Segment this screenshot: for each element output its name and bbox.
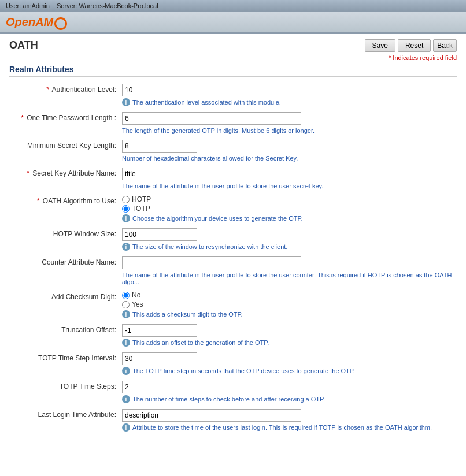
totp-steps-label: TOTP Time Steps:: [9, 381, 122, 391]
auth-level-input[interactable]: [122, 84, 197, 96]
oath-algorithm-label: * OATH Algorithm to Use:: [9, 195, 122, 205]
totp-interval-label: TOTP Time Step Interval:: [9, 352, 122, 362]
reset-button[interactable]: Reset: [398, 39, 431, 52]
truncation-offset-label: Truncation Offset:: [9, 324, 122, 334]
info-icon-last-login: i: [122, 423, 130, 432]
info-icon-checksum: i: [122, 310, 130, 318]
section-heading: Realm Attributes: [9, 65, 457, 77]
secret-key-attr-label: * Secret Key Attribute Name:: [9, 168, 122, 177]
hotp-window-input[interactable]: [122, 228, 197, 241]
back-button[interactable]: Back: [433, 39, 457, 52]
counter-attr-row: Counter Attribute Name: The name of the …: [9, 256, 457, 285]
last-login-attr-input[interactable]: [122, 409, 301, 422]
hotp-window-label: HOTP Window Size:: [9, 228, 122, 238]
info-icon-algorithm: i: [122, 214, 130, 222]
counter-attr-label: Counter Attribute Name:: [9, 256, 122, 266]
hotp-window-field: i The size of the window to resynchroniz…: [122, 228, 457, 251]
oath-algorithm-info: Choose the algorithm your device uses to…: [132, 215, 303, 222]
counter-attr-input[interactable]: [122, 256, 301, 269]
last-login-attr-field: i Attribute to store the time of the use…: [122, 409, 457, 432]
totp-radio[interactable]: [122, 205, 130, 213]
secret-key-attr-row: * Secret Key Attribute Name: The name of…: [9, 168, 457, 189]
otp-length-field: The length of the generated OTP in digit…: [122, 112, 457, 134]
min-secret-key-label: Minimum Secret Key Length:: [9, 140, 122, 150]
hotp-label: HOTP: [132, 195, 151, 203]
last-login-attr-info: Attribute to store the time of the users…: [132, 424, 432, 431]
min-secret-key-row: Minimum Secret Key Length: Number of hex…: [9, 140, 457, 162]
oath-algorithm-field: HOTP TOTP i Choose the algorithm your de…: [122, 195, 457, 222]
hotp-window-info: The size of the window to resynchronize …: [132, 243, 287, 250]
content: OATH Save Reset Back * Indicates require…: [0, 34, 466, 443]
totp-interval-field: i The TOTP time step in seconds that the…: [122, 352, 457, 375]
totp-interval-row: TOTP Time Step Interval: i The TOTP time…: [9, 352, 457, 375]
totp-interval-info: The TOTP time step in seconds that the O…: [132, 367, 355, 374]
auth-level-row: * Authentication Level: i The authentica…: [9, 84, 457, 106]
server-label: Server: Warrens-MacBook-Pro.local: [57, 2, 158, 9]
secret-key-attr-field: The name of the attribute in the user pr…: [122, 168, 457, 189]
otp-length-info: The length of the generated OTP in digit…: [122, 127, 315, 134]
logo-text: Open: [6, 16, 35, 29]
totp-option: TOTP: [122, 204, 457, 213]
info-icon-hotp: i: [122, 243, 130, 251]
totp-label: TOTP: [132, 204, 150, 213]
add-checksum-row: Add Checksum Digit: No Yes i This adds a…: [9, 291, 457, 318]
min-secret-key-input[interactable]: [122, 140, 197, 153]
save-button[interactable]: Save: [365, 39, 395, 52]
required-note: * Indicates required field: [9, 54, 457, 61]
no-label: No: [132, 291, 140, 299]
oath-algorithm-radio-group: HOTP TOTP: [122, 195, 457, 213]
add-checksum-radio-group: No Yes: [122, 291, 457, 308]
hotp-option: HOTP: [122, 195, 457, 203]
truncation-offset-info: This adds an offset to the generation of…: [132, 339, 269, 346]
auth-level-label: * Authentication Level:: [9, 84, 122, 94]
hotp-window-row: HOTP Window Size: i The size of the wind…: [9, 228, 457, 251]
otp-length-label: * One Time Password Length :: [9, 112, 122, 122]
last-login-attr-row: Last Login Time Attribute: i Attribute t…: [9, 409, 457, 432]
min-secret-key-info: Number of hexadecimal characters allowed…: [122, 155, 298, 162]
action-buttons: Save Reset Back: [365, 39, 457, 52]
info-icon-truncation: i: [122, 339, 130, 347]
header: OpenAM: [0, 12, 466, 34]
add-checksum-info: This adds a checksum digit to the OTP.: [132, 311, 243, 318]
auth-level-info: The authentication level associated with…: [132, 99, 281, 106]
page-header: OATH Save Reset Back: [9, 39, 457, 52]
truncation-offset-input[interactable]: [122, 324, 197, 337]
totp-steps-info: The number of time steps to check before…: [132, 396, 325, 403]
otp-length-input[interactable]: [122, 112, 301, 125]
add-checksum-field: No Yes i This adds a checksum digit to t…: [122, 291, 457, 318]
logo-icon: [54, 17, 67, 30]
last-login-attr-label: Last Login Time Attribute:: [9, 409, 122, 419]
logo: OpenAM: [6, 16, 67, 29]
totp-interval-input[interactable]: [122, 352, 197, 365]
top-bar: User: amAdmin Server: Warrens-MacBook-Pr…: [0, 0, 466, 12]
page-title: OATH: [9, 39, 365, 51]
totp-steps-input[interactable]: [122, 381, 197, 393]
yes-label: Yes: [132, 300, 143, 308]
hotp-radio[interactable]: [122, 196, 130, 203]
yes-radio[interactable]: [122, 301, 130, 308]
info-icon-totp-steps: i: [122, 395, 130, 403]
counter-attr-info: The name of the attribute in the user pr…: [122, 272, 457, 285]
yes-option: Yes: [122, 300, 457, 308]
otp-length-row: * One Time Password Length : The length …: [9, 112, 457, 134]
no-option: No: [122, 291, 457, 299]
no-radio[interactable]: [122, 292, 130, 299]
secret-key-attr-input[interactable]: [122, 168, 301, 180]
min-secret-key-field: Number of hexadecimal characters allowed…: [122, 140, 457, 162]
auth-level-field: i The authentication level associated wi…: [122, 84, 457, 106]
totp-steps-row: TOTP Time Steps: i The number of time st…: [9, 381, 457, 403]
info-icon: i: [122, 98, 130, 106]
truncation-offset-field: i This adds an offset to the generation …: [122, 324, 457, 347]
user-label: User: amAdmin: [6, 2, 50, 9]
secret-key-attr-info: The name of the attribute in the user pr…: [122, 183, 323, 189]
totp-steps-field: i The number of time steps to check befo…: [122, 381, 457, 403]
add-checksum-label: Add Checksum Digit:: [9, 291, 122, 301]
counter-attr-field: The name of the attribute in the user pr…: [122, 256, 457, 285]
truncation-offset-row: Truncation Offset: i This adds an offset…: [9, 324, 457, 347]
info-icon-totp-interval: i: [122, 367, 130, 375]
oath-algorithm-row: * OATH Algorithm to Use: HOTP TOTP i Cho…: [9, 195, 457, 222]
